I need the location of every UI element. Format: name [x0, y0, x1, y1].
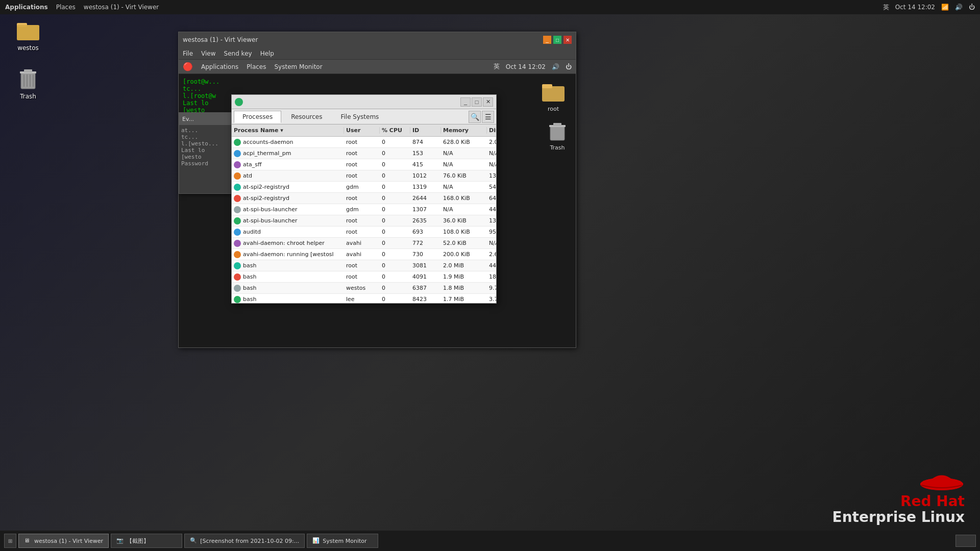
menu-file[interactable]: File — [183, 50, 193, 57]
col-id[interactable]: ID — [410, 127, 441, 134]
table-row[interactable]: at-spi2-registryd gdm 0 1319 N/A 548.0 K… — [232, 182, 496, 193]
table-row[interactable]: bash root 0 4091 1.9 MiB 18.0 MiB — [232, 271, 496, 283]
taskbar-item-sysmon[interactable]: 📊 System Monitor — [307, 534, 378, 548]
virt-minimize-button[interactable]: _ — [543, 36, 551, 44]
menu-button[interactable]: ☰ — [482, 111, 494, 123]
table-row[interactable]: auditd root 0 693 108.0 KiB 952.0 KiB — [232, 227, 496, 238]
toolbar-system-monitor[interactable]: System Monitor — [274, 63, 322, 70]
search-button[interactable]: 🔍 — [469, 111, 481, 123]
proc-id: 4091 — [410, 273, 441, 280]
col-user[interactable]: User — [344, 127, 380, 134]
proc-id: 1012 — [410, 172, 441, 179]
table-row[interactable]: avahi-daemon: chroot helper avahi 0 772 … — [232, 238, 496, 249]
proc-disk-read: 132.0 KiB — [487, 172, 496, 179]
toolbar-language: 英 — [494, 62, 500, 71]
redhat-text: Red Hat Enterprise Linux — [832, 494, 965, 525]
svg-point-16 — [920, 478, 963, 490]
col-disk-read[interactable]: Disk read tota — [487, 127, 496, 134]
proc-id: 1319 — [410, 184, 441, 190]
table-row[interactable]: avahi-daemon: running [westosl avahi 0 7… — [232, 249, 496, 260]
col-process-name[interactable]: Process Name ▾ — [232, 127, 344, 134]
proc-disk-read: 44.7 MiB — [487, 262, 496, 269]
table-row[interactable]: at-spi-bus-launcher root 0 2635 36.0 KiB… — [232, 215, 496, 227]
table-body: accounts-daemon root 0 874 628.0 KiB 2.0… — [232, 137, 496, 303]
show-desktop-button[interactable]: ⊞ — [4, 534, 16, 548]
proc-icon — [234, 139, 241, 146]
sysmon-minimize-button[interactable]: _ — [460, 97, 471, 107]
desktop-icon-westos[interactable]: westos — [8, 18, 48, 52]
col-memory[interactable]: Memory — [441, 127, 487, 134]
proc-id: 2644 — [410, 195, 441, 202]
topbar-applications[interactable]: Applications — [5, 4, 48, 11]
tab-resources[interactable]: Resources — [282, 111, 331, 123]
svg-rect-5 — [24, 69, 32, 72]
taskbar-sysmon-icon: 📊 — [312, 537, 320, 544]
proc-id: 874 — [410, 139, 441, 145]
topbar-places[interactable]: Places — [56, 4, 76, 11]
proc-id: 6387 — [410, 285, 441, 291]
proc-name: atd — [243, 172, 252, 179]
proc-icon — [234, 285, 241, 292]
svg-rect-14 — [553, 123, 561, 126]
taskbar: ⊞ 🖥 westosa (1) - Virt Viewer 📷 【截图】 🔍 [… — [0, 531, 980, 551]
table-row[interactable]: atd root 0 1012 76.0 KiB 132.0 KiB — [232, 170, 496, 182]
table-row[interactable]: acpi_thermal_pm root 0 153 N/A N/A — [232, 148, 496, 159]
toolbar-places[interactable]: Places — [247, 63, 266, 70]
menu-help[interactable]: Help — [260, 50, 274, 57]
virt-titlebar: westosa (1) - Virt Viewer _ □ ✕ — [179, 32, 576, 47]
proc-name-cell: acpi_thermal_pm — [232, 150, 344, 157]
table-row[interactable]: accounts-daemon root 0 874 628.0 KiB 2.0… — [232, 137, 496, 148]
table-row[interactable]: at-spi2-registryd root 0 2644 168.0 KiB … — [232, 193, 496, 204]
proc-memory: 628.0 KiB — [441, 139, 487, 145]
topbar-language: 英 — [883, 3, 889, 12]
proc-name-cell: at-spi-bus-launcher — [232, 217, 344, 224]
proc-user: lee — [344, 296, 380, 303]
proc-user: root — [344, 172, 380, 179]
desktop: Applications Places westosa (1) - Virt V… — [0, 0, 980, 551]
toolbar-power-icon[interactable]: ⏻ — [566, 63, 572, 70]
sysmon-maximize-button[interactable]: □ — [472, 97, 482, 107]
taskbar-sysmon-label: System Monitor — [323, 538, 366, 544]
col-cpu[interactable]: % CPU — [380, 127, 410, 134]
taskbar-item-screenshot[interactable]: 📷 【截图】 — [111, 534, 182, 548]
sysmon-close-button[interactable]: ✕ — [483, 97, 493, 107]
proc-user: root — [344, 195, 380, 202]
power-icon[interactable]: ⏻ — [969, 4, 975, 11]
virt-maximize-button[interactable]: □ — [553, 36, 561, 44]
toolbar-applications[interactable]: Applications — [201, 63, 238, 70]
virt-toolbar: 🔴 Applications Places System Monitor 英 O… — [179, 60, 576, 74]
proc-icon — [234, 296, 241, 303]
table-row[interactable]: bash westos 0 6387 1.8 MiB 9.7 MiB — [232, 283, 496, 294]
proc-cpu: 0 — [380, 296, 410, 303]
table-row[interactable]: bash lee 0 8423 1.7 MiB 3.7 MiB — [232, 294, 496, 303]
table-row[interactable]: at-spi-bus-launcher gdm 0 1307 N/A 44.0 … — [232, 204, 496, 215]
taskbar-item-virtviwer[interactable]: 🖥 westosa (1) - Virt Viewer — [18, 534, 109, 548]
proc-icon — [234, 262, 241, 269]
menu-view[interactable]: View — [201, 50, 215, 57]
proc-cpu: 0 — [380, 240, 410, 246]
table-row[interactable]: ata_sff root 0 415 N/A N/A — [232, 159, 496, 170]
proc-memory: N/A — [441, 184, 487, 190]
virt-close-button[interactable]: ✕ — [564, 36, 572, 44]
proc-icon — [234, 195, 241, 202]
sysmon-tabs: Processes Resources File Systems 🔍 ☰ — [232, 109, 496, 124]
terminal-line-1: [root@w... — [183, 78, 572, 85]
proc-icon — [234, 161, 241, 168]
ev-title: Ev... — [182, 116, 194, 122]
taskbar-item-screenshot2[interactable]: 🔍 [Screenshot from 2021-10-02 09:... — [184, 534, 305, 548]
proc-name-cell: bash — [232, 262, 344, 269]
taskbar-screenshot-icon: 📷 — [116, 537, 124, 544]
proc-disk-read: 3.7 MiB — [487, 296, 496, 303]
tab-processes[interactable]: Processes — [234, 111, 281, 123]
redhat-hat-icon — [919, 464, 965, 492]
proc-name: avahi-daemon: chroot helper — [243, 240, 325, 246]
menu-sendkey[interactable]: Send key — [224, 50, 252, 57]
tab-filesystems[interactable]: File Systems — [332, 111, 387, 123]
proc-icon — [234, 229, 241, 236]
proc-id: 2635 — [410, 217, 441, 224]
proc-disk-read: 132.0 KiB — [487, 217, 496, 224]
folder-icon — [16, 18, 40, 42]
table-row[interactable]: bash root 0 3081 2.0 MiB 44.7 MiB — [232, 260, 496, 271]
desktop-icon-trash[interactable]: Trash — [8, 66, 48, 100]
taskbar-virt-label: westosa (1) - Virt Viewer — [34, 538, 103, 544]
